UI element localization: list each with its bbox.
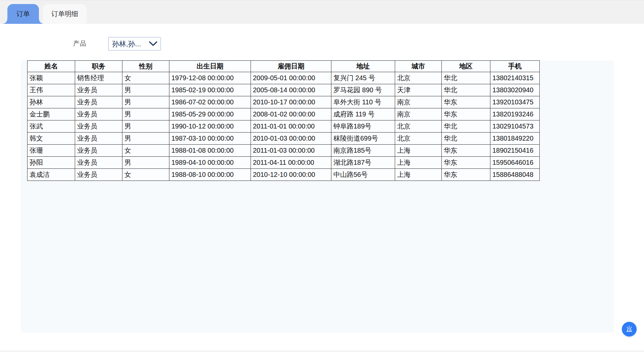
table-row: 张珊业务员女1988-01-08 00:00:002011-01-03 00:0…: [28, 145, 540, 157]
table-cell: 华东: [442, 145, 490, 157]
table-cell: 罗马花园 890 号: [331, 84, 395, 96]
table-cell: 男: [122, 120, 169, 133]
table-cell: 南京路185号: [331, 145, 395, 157]
table-cell: 销售经理: [75, 72, 122, 84]
table-cell: 韩文: [28, 133, 75, 145]
tab-order-details-label: 订单明细: [51, 9, 78, 18]
table-row: 张武业务员男1990-10-12 00:00:002011-01-01 00:0…: [28, 120, 540, 133]
table-cell: 华东: [442, 169, 490, 181]
table-cell: 1985-05-29 00:00:00: [169, 108, 251, 120]
table-cell: 2005-08-14 00:00:00: [251, 84, 331, 96]
table-row: 孙阳业务员男1989-04-10 00:00:002011-04-11 00:0…: [28, 157, 540, 169]
table-row: 张颖销售经理女1979-12-08 00:00:002009-05-01 00:…: [28, 72, 540, 84]
table-cell: 张珊: [28, 145, 75, 157]
column-header: 手机: [490, 61, 540, 72]
app-window: 订单 订单明细 产品 孙林,孙... 姓名职务性别出生日期雇佣日期地址城市地区手…: [0, 0, 644, 352]
table-cell: 华北: [442, 120, 490, 133]
table-cell: 华北: [442, 133, 490, 145]
table-row: 王伟业务员男1985-02-19 00:00:002005-08-14 00:0…: [28, 84, 540, 96]
table-cell: 业务员: [75, 96, 122, 108]
table-cell: 成府路 119 号: [331, 108, 395, 120]
product-select[interactable]: 孙林,孙...: [108, 37, 161, 51]
chevron-down-icon: [149, 41, 157, 46]
tab-orders-label: 订单: [16, 9, 30, 18]
table-cell: 张颖: [28, 72, 75, 84]
column-header: 姓名: [28, 61, 75, 72]
employee-table: 姓名职务性别出生日期雇佣日期地址城市地区手机 张颖销售经理女1979-12-08…: [27, 60, 540, 181]
table-row: 金士鹏业务员男1985-05-29 00:00:002008-01-02 00:…: [28, 108, 540, 120]
table-cell: 华东: [442, 108, 490, 120]
table-cell: 华北: [442, 72, 490, 84]
table-cell: 2011-04-11 00:00:00: [251, 157, 331, 169]
table-row: 袁成洁业务员女1988-08-10 00:00:002010-12-10 00:…: [28, 169, 540, 181]
table-cell: 13920103475: [490, 96, 540, 108]
table-cell: 湖北路187号: [331, 157, 395, 169]
table-cell: 男: [122, 133, 169, 145]
tab-order-details[interactable]: 订单明细: [43, 4, 87, 24]
table-cell: 天津: [395, 84, 442, 96]
table-cell: 男: [122, 108, 169, 120]
table-cell: 1979-12-08 00:00:00: [169, 72, 251, 84]
table-cell: 华东: [442, 157, 490, 169]
table-cell: 2010-12-10 00:00:00: [251, 169, 331, 181]
window-bottom-edge: [0, 351, 644, 352]
table-cell: 1988-01-08 00:00:00: [169, 145, 251, 157]
column-header: 地址: [331, 61, 395, 72]
table-cell: 业务员: [75, 145, 122, 157]
table-cell: 秣陵街道699号: [331, 133, 395, 145]
table-cell: 13820193246: [490, 108, 540, 120]
table-cell: 复兴门 245 号: [331, 72, 395, 84]
column-header: 城市: [395, 61, 442, 72]
table-cell: 1989-04-10 00:00:00: [169, 157, 251, 169]
table-cell: 孙林: [28, 96, 75, 108]
table-cell: 2011-01-01 00:00:00: [251, 120, 331, 133]
column-header: 地区: [442, 61, 490, 72]
table-cell: 女: [122, 145, 169, 157]
column-header: 职务: [75, 61, 122, 72]
table-cell: 2010-10-17 00:00:00: [251, 96, 331, 108]
table-cell: 上海: [395, 157, 442, 169]
table-cell: 业务员: [75, 120, 122, 133]
table-cell: 13802140315: [490, 72, 540, 84]
column-header: 性别: [122, 61, 169, 72]
table-row: 孙林业务员男1986-07-02 00:00:002010-10-17 00:0…: [28, 96, 540, 108]
table-body: 张颖销售经理女1979-12-08 00:00:002009-05-01 00:…: [28, 72, 540, 181]
table-cell: 华东: [442, 96, 490, 108]
table-cell: 2009-05-01 00:00:00: [251, 72, 331, 84]
table-cell: 18902150416: [490, 145, 540, 157]
table-header-row: 姓名职务性别出生日期雇佣日期地址城市地区手机: [28, 61, 540, 72]
table-cell: 女: [122, 169, 169, 181]
table-cell: 1988-08-10 00:00:00: [169, 169, 251, 181]
table-cell: 王伟: [28, 84, 75, 96]
table-cell: 业务员: [75, 108, 122, 120]
table-cell: 1987-03-10 00:00:00: [169, 133, 251, 145]
table-cell: 15950646016: [490, 157, 540, 169]
table-cell: 北京: [395, 72, 442, 84]
table-cell: 钟阜路189号: [331, 120, 395, 133]
filter-row: 产品 孙林,孙...: [0, 35, 644, 53]
tab-orders[interactable]: 订单: [7, 4, 39, 24]
table-cell: 1985-02-19 00:00:00: [169, 84, 251, 96]
table-cell: 南京: [395, 96, 442, 108]
table-cell: 华北: [442, 84, 490, 96]
table-cell: 1990-10-12 00:00:00: [169, 120, 251, 133]
table-cell: 中山路56号: [331, 169, 395, 181]
table-cell: 2008-01-02 00:00:00: [251, 108, 331, 120]
table-cell: 上海: [395, 169, 442, 181]
table-cell: 13029104573: [490, 120, 540, 133]
table-cell: 2011-01-03 00:00:00: [251, 145, 331, 157]
table-cell: 业务员: [75, 84, 122, 96]
table-cell: 1986-07-02 00:00:00: [169, 96, 251, 108]
table-cell: 男: [122, 84, 169, 96]
table-cell: 女: [122, 72, 169, 84]
table-cell: 业务员: [75, 169, 122, 181]
table-cell: 业务员: [75, 157, 122, 169]
column-header: 雇佣日期: [251, 61, 331, 72]
table-cell: 北京: [395, 133, 442, 145]
table-cell: 阜外大街 110 号: [331, 96, 395, 108]
alarm-fab-button[interactable]: [622, 322, 637, 337]
table-header: 姓名职务性别出生日期雇佣日期地址城市地区手机: [28, 61, 540, 72]
table-row: 韩文业务员男1987-03-10 00:00:002010-01-03 00:0…: [28, 133, 540, 145]
table-cell: 2010-01-03 00:00:00: [251, 133, 331, 145]
table-cell: 15886488048: [490, 169, 540, 181]
